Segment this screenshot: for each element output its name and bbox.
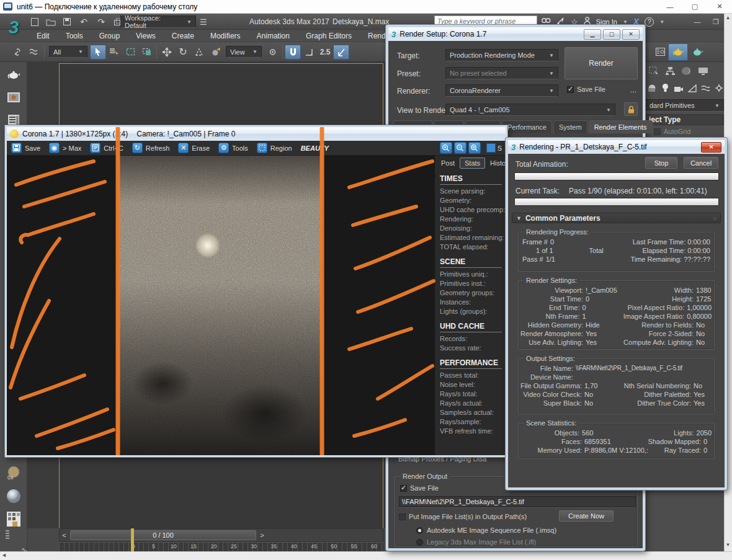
geometry-icon[interactable] [648,84,657,95]
select-and-rotate-icon[interactable]: ↻ [175,45,191,60]
snap-toggle-icon[interactable] [285,45,301,60]
material-sphere-icon[interactable] [4,487,23,505]
angle-snap-icon[interactable] [301,45,317,60]
max-logo[interactable]: 3 [1,15,26,40]
workspace-menu-icon[interactable]: ☰ [200,17,207,27]
rdp-maximize-icon[interactable]: ▢ [682,0,707,13]
save-file-icon[interactable] [61,14,73,29]
ifl-radio[interactable]: Legacy 3ds Max Image File List (.ifl) [416,538,536,546]
vfb-canvas[interactable] [7,156,434,455]
spacewarps-icon[interactable] [701,84,710,95]
renderer-dropdown[interactable]: CoronaRenderer▼ [445,84,558,97]
teapot-render-icon[interactable] [4,66,23,83]
tab-stats[interactable]: Stats [460,158,485,169]
put-image-list-checkbox[interactable]: Put Image File List(s) in Output Path(s) [399,513,527,520]
material-editor-icon[interactable] [4,510,23,528]
vfb-tools-button[interactable]: ⚙Tools [214,141,252,156]
material-override-icon[interactable]: 0x [4,464,23,482]
use-center-icon[interactable] [264,45,280,60]
redo-icon[interactable]: ↷ [94,14,108,29]
autogrid-checkbox[interactable]: AutoGrid [654,128,690,135]
select-and-scale-icon[interactable] [191,45,207,60]
tab-history[interactable]: History [485,158,506,169]
sign-in-chevron-icon[interactable]: ▼ [623,19,628,25]
vfb-copy-button[interactable]: Ctrl+C [86,141,127,156]
rectangular-selection-icon[interactable] [122,45,138,60]
view-to-render-dropdown[interactable]: Quad 4 - !_Cam005▼ [445,104,615,116]
select-object-icon[interactable] [90,45,106,60]
scroll-up-icon[interactable]: ▲ [724,15,732,24]
time-playhead[interactable] [131,528,134,552]
menu-item[interactable]: Edit [29,32,58,40]
imsq-radio[interactable]: Autodesk ME Image Sequence File (.imsq) [416,527,556,534]
menu-item[interactable]: Animation [249,32,298,40]
vfb-titlebar[interactable]: Corona 1.7 | 1380×1725px (1:4) Camera: !… [7,127,506,141]
help-chevron-icon[interactable]: ▼ [659,19,664,25]
lights-icon[interactable] [661,83,669,95]
zoom-reset-icon[interactable] [468,142,481,154]
vfb-save-button[interactable]: Save [7,141,45,156]
output-save-file-checkbox[interactable]: Save File [400,484,439,492]
cancel-button[interactable]: Cancel [684,157,718,169]
vfb-beauty-dropdown[interactable]: BEAUTY [297,141,333,156]
open-file-icon[interactable] [45,14,57,29]
close-icon[interactable]: ✕ [622,29,640,40]
render-iterative-teapot-icon[interactable] [688,43,707,61]
select-by-name-icon[interactable] [106,45,122,60]
primitives-dropdown[interactable]: dard Primitives▼ [645,99,724,112]
bind-to-spacewarp-icon[interactable] [26,45,42,60]
rendering-titlebar[interactable]: 3 Rendering - PR_1_Detskaya_F_C-5.tif ✕ [508,140,725,154]
menu-item[interactable]: Modifiers [202,32,249,40]
object-type-rollout[interactable]: ject Type [645,114,724,125]
horizontal-scrollbar[interactable] [0,551,732,560]
render-setup-tab[interactable]: System [553,120,587,133]
rendered-frame-window-icon[interactable] [4,89,23,106]
undo-icon[interactable]: ↶ [77,14,91,29]
render-button[interactable]: Render [565,47,638,79]
time-slider-handle[interactable]: 0 / 100 [70,530,256,540]
select-and-link-icon[interactable] [10,45,26,60]
new-file-icon[interactable] [29,14,41,29]
help-icon[interactable]: ? [645,17,654,27]
prev-frame-icon[interactable]: < [60,531,69,539]
output-path-field[interactable]: \\FARM\Net\2\PR_1_Detskaya_F_C-5.tif [399,496,636,507]
cameras-icon[interactable] [674,84,684,95]
target-dropdown[interactable]: Production Rendering Mode▼ [445,49,558,61]
create-now-button[interactable]: Create Now [559,510,614,522]
workspace-dropdown[interactable]: Workspace: Default▼ [120,16,196,28]
common-parameters-rollout[interactable]: ▼ Common Parameters ⁝⁝ [512,213,721,223]
pivot-icon[interactable] [207,45,223,60]
zoom-out-icon[interactable] [454,142,466,154]
render-setup-tab[interactable]: Performance [502,120,552,133]
tab-motion-icon[interactable] [682,66,692,78]
render-production-teapot-icon[interactable] [668,43,688,61]
max-minimize-icon[interactable]: — [690,16,705,27]
save-file-checkbox[interactable]: Save File [567,86,605,93]
close-icon[interactable]: ✕ [701,142,721,153]
next-frame-icon[interactable]: > [257,531,267,539]
percent-snap-icon[interactable]: 2.5 [317,45,333,60]
menu-item[interactable]: Tools [58,32,91,40]
menu-item[interactable]: Views [128,32,164,40]
menu-item[interactable]: Group [91,32,128,40]
file-ellipsis-button[interactable]: ... [630,86,636,94]
scroll-down-icon[interactable]: ▼ [724,542,732,551]
vfb-erase-button[interactable]: ✕Erase [174,141,214,156]
menu-item[interactable]: Create [164,32,202,40]
selection-filter-dropdown[interactable]: All▼ [49,46,87,58]
mini-listener-icon[interactable] [5,530,15,542]
rdp-close-icon[interactable]: ✕ [707,0,732,13]
max-restore-icon[interactable]: ❐ [708,16,723,27]
minimize-icon[interactable]: ▁ [584,29,601,40]
menu-item[interactable]: Graph Editors [298,32,360,40]
render-setup-titlebar[interactable]: 3 Render Setup: Corona 1.7 ▁ ▢ ✕ [388,27,643,41]
select-and-move-icon[interactable] [159,45,175,60]
spinner-snap-icon[interactable] [333,45,349,60]
reference-coordinate-dropdown[interactable]: View▼ [226,46,262,58]
color-swatch-icon[interactable] [486,143,496,153]
preset-dropdown[interactable]: No preset selected▼ [445,67,558,79]
tab-display-icon[interactable] [698,66,708,78]
systems-icon[interactable] [715,84,723,95]
maximize-icon[interactable]: ▢ [603,29,620,40]
scroll-left-icon[interactable]: ◄ [1,552,10,559]
